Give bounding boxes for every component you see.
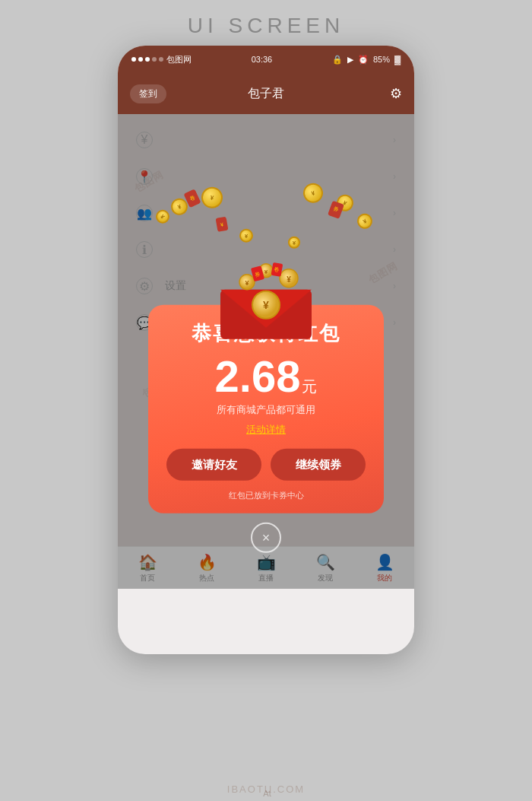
amount-unit: 元 xyxy=(302,377,317,397)
svg-text:¥: ¥ xyxy=(245,279,249,287)
settings-gear-icon[interactable]: ⚙ xyxy=(390,85,402,102)
battery-icon: ▓ xyxy=(394,55,401,64)
svg-text:卷: 卷 xyxy=(274,266,280,272)
continue-collect-button[interactable]: 继续领券 xyxy=(271,449,366,481)
screen-label: UI SCREEN xyxy=(188,14,344,38)
carrier-name: 包图网 xyxy=(166,54,192,65)
bottom-watermark: IBAOTU.COM xyxy=(227,784,305,795)
amount-row: 2.68 元 xyxy=(166,354,366,399)
action-buttons: 邀请好友 继续领券 xyxy=(166,449,366,481)
app-title: 包子君 xyxy=(248,86,284,102)
status-right: 🔒 ▶ ⏰ 85% ▓ xyxy=(332,55,401,65)
location-icon: ▶ xyxy=(347,55,353,65)
signal-dot-5 xyxy=(159,57,163,62)
close-popup-button[interactable]: × xyxy=(251,523,281,553)
red-packet-popup: ¥ ¥ ¥ ¥ ¥ ¥ 卷 券 ¥ ¥ ¥ xyxy=(148,214,384,513)
signal-dots xyxy=(131,57,163,62)
app-content: ¥ › 📍 › 👥 › ℹ › ⚙ 设置 › xyxy=(118,114,414,589)
coin-6: ¥ xyxy=(354,211,375,231)
status-time: 03:36 xyxy=(252,55,273,64)
alarm-icon: ⏰ xyxy=(358,55,369,65)
signal-dot-2 xyxy=(138,57,143,62)
status-left: 包图网 xyxy=(131,54,192,65)
signal-dot-3 xyxy=(145,57,150,62)
invite-friends-button[interactable]: 邀请好友 xyxy=(166,449,261,481)
red-packet-3: ¥ xyxy=(216,217,229,232)
usage-text: 所有商城产品都可通用 xyxy=(166,403,366,417)
svg-text:¥: ¥ xyxy=(287,275,291,284)
envelope-svg: ¥ ¥ ¥ ¥ 券 卷 xyxy=(205,237,327,343)
status-bar: 包图网 03:36 🔒 ▶ ⏰ 85% ▓ xyxy=(118,46,414,73)
svg-text:¥: ¥ xyxy=(263,299,269,311)
activity-link[interactable]: 活动详情 xyxy=(166,423,366,437)
signal-dot-1 xyxy=(131,57,136,62)
phone-frame: 包图网 03:36 🔒 ▶ ⏰ 85% ▓ 签到 包子君 ⚙ ¥ › 📍 xyxy=(118,46,414,654)
signal-dot-4 xyxy=(152,57,157,62)
battery-percent: 85% xyxy=(373,55,390,64)
svg-text:¥: ¥ xyxy=(264,269,268,275)
app-header: 签到 包子君 ⚙ xyxy=(118,73,414,114)
lock-icon: 🔒 xyxy=(332,55,343,65)
coupon-placed-text: 红包已放到卡券中心 xyxy=(166,490,366,501)
amount-value: 2.68 xyxy=(215,354,301,399)
sign-in-button[interactable]: 签到 xyxy=(130,84,166,103)
